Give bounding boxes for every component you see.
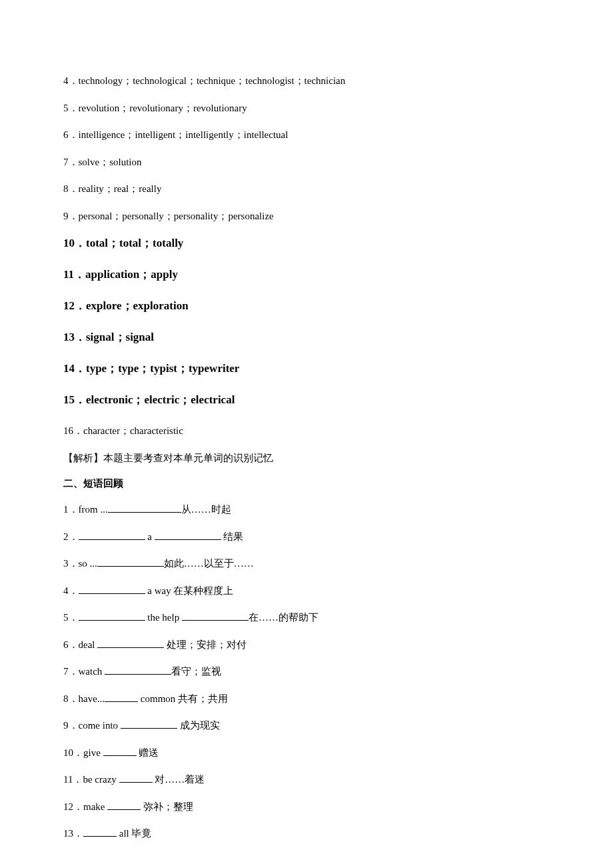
fill-blank[interactable] [79,583,145,594]
item-num: 16 [63,425,73,436]
item-text: character；characteristic [83,425,183,436]
phrase-post: 赠送 [137,747,159,758]
item-text: technology；technological；technique；techn… [79,75,346,86]
phrase-pre: so ... [79,558,97,569]
phrase-item: 8．have... common 共有；共用 [63,691,550,707]
fill-blank[interactable] [119,772,153,783]
item-text: application；apply [85,268,178,281]
phrase-item: 7．watch 看守；监视 [63,664,550,679]
item-num: 11 [63,774,73,785]
fill-blank[interactable] [105,691,138,702]
phrase-item: 10．give 赠送 [63,745,550,761]
analysis-text: 【解析】本题主要考查对本单元单词的识别记忆 [63,451,550,466]
phrase-pre: watch [79,666,105,677]
item-num: 5 [63,103,69,113]
fill-blank[interactable] [182,610,249,621]
item-num: 12 [63,801,73,812]
vocab-item-bold: 12．explore；exploration [63,298,550,313]
vocab-item: 9．personal；personally；personality；person… [63,209,550,224]
fill-blank[interactable] [97,637,164,648]
phrase-item: 13． all 毕竟 [63,826,550,841]
vocab-item: 4．technology；technological；technique；tec… [63,73,550,89]
vocab-item: 8．reality；real；really [63,181,550,197]
item-text: revolution；revolutionary；revolutionary [79,103,247,113]
phrase-pre: give [83,747,103,758]
item-num: 10 [63,747,73,758]
item-num: 6 [63,129,69,140]
vocab-item-bold: 15．electronic；electric；electrical [63,392,550,407]
phrase-post: 看守；监视 [171,666,221,677]
vocab-item-bold: 10．total；total；totally [63,235,550,251]
fill-blank[interactable] [79,529,145,540]
item-num: 11 [63,268,74,281]
phrase-item: 12．make 弥补；整理 [63,799,550,815]
item-num: 5 [63,612,69,623]
item-num: 8 [63,183,69,194]
item-text: personal；personally；personality；personal… [79,211,274,221]
item-num: 7 [63,666,69,677]
phrase-post: 成为现实 [177,720,220,731]
item-text: signal；signal [86,331,154,343]
item-num: 13 [63,331,75,343]
fill-blank[interactable] [97,556,164,567]
item-num: 7 [63,157,69,167]
item-text: intelligence；intelligent；intelligently；i… [79,129,289,140]
phrase-item: 9．come into 成为现实 [63,718,550,733]
phrase-item: 4． a way 在某种程度上 [63,583,550,599]
item-num: 8 [63,693,69,704]
item-num: 15 [63,393,75,406]
item-text: reality；real；really [79,183,162,194]
fill-blank[interactable] [103,745,137,756]
phrase-item: 2． a 结果 [63,529,550,545]
vocab-item-bold: 14．type；type；typist；typewriter [63,361,550,376]
item-num: 3 [63,558,69,569]
item-text: type；type；typist；typewriter [86,362,239,375]
phrase-pre: deal [79,639,98,650]
phrase-post: 从……时起 [181,504,231,515]
fill-blank[interactable] [121,718,177,729]
fill-blank[interactable] [83,826,117,837]
item-num: 2 [63,531,69,542]
item-num: 6 [63,639,69,650]
item-text: solve；solution [79,157,142,167]
phrase-post: all 毕竟 [117,828,152,839]
fill-blank[interactable] [79,610,145,621]
item-num: 1 [63,504,69,515]
phrase-post: 处理；安排；对付 [164,639,247,650]
fill-blank[interactable] [107,799,141,810]
phrase-mid: a [145,531,155,542]
item-num: 12 [63,299,75,312]
phrase-item: 11．be crazy 对……着迷 [63,772,550,787]
phrase-post: 结果 [221,531,244,542]
item-text: electronic；electric；electrical [86,393,235,406]
item-num: 10 [63,237,75,249]
phrase-pre: come into [79,720,121,731]
fill-blank[interactable] [155,529,221,540]
vocab-item-bold: 13．signal；signal [63,329,550,345]
phrase-pre: be crazy [83,774,119,785]
phrase-item: 3．so ...如此……以至于…… [63,556,550,571]
phrase-post: 在……的帮助下 [249,612,318,623]
fill-blank[interactable] [105,664,171,675]
item-num: 14 [63,362,75,375]
vocab-item: 5．revolution；revolutionary；revolutionary [63,101,550,116]
vocab-item: 16．character；characteristic [63,423,550,439]
item-num: 4 [63,585,69,596]
phrase-post: common 共有；共用 [138,693,228,704]
document-page: 4．technology；technological；technique；tec… [0,0,613,868]
phrase-pre: make [83,801,107,812]
section-heading: 二、短语回顾 [63,477,550,490]
phrase-mid: the help [145,612,182,623]
phrase-item: 6．deal 处理；安排；对付 [63,637,550,653]
phrase-pre: have... [79,693,105,704]
phrase-post: 弥补；整理 [141,801,193,812]
item-num: 9 [63,720,69,731]
vocab-item: 6．intelligence；intelligent；intelligently… [63,127,550,143]
phrase-item: 5． the help 在……的帮助下 [63,610,550,625]
fill-blank[interactable] [108,502,181,513]
item-num: 13 [63,828,73,839]
item-num: 4 [63,75,69,86]
phrase-post: 如此……以至于…… [164,558,254,569]
phrase-post: a way 在某种程度上 [145,585,234,596]
phrase-item: 1．from ...从……时起 [63,502,550,517]
